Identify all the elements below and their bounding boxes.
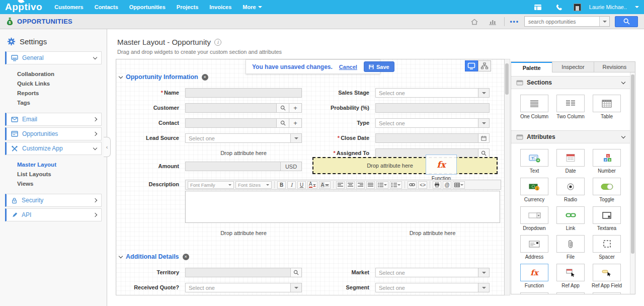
probability-input[interactable] xyxy=(375,103,490,113)
scrollbar-thumb[interactable] xyxy=(631,74,634,254)
sidebar-item-collaboration[interactable]: Collaboration xyxy=(17,69,107,79)
font-family-dropdown[interactable]: Font Family xyxy=(188,181,234,189)
apps-icon[interactable] xyxy=(531,2,544,12)
type-caret-icon[interactable] xyxy=(478,118,490,128)
widget-textarea[interactable]: Textarea xyxy=(589,206,625,231)
scrollbar-thumb[interactable] xyxy=(505,63,509,95)
save-button[interactable]: Save xyxy=(364,61,394,72)
widget-radio[interactable]: Radio xyxy=(552,178,589,202)
bar-chart-icon[interactable] xyxy=(486,17,499,27)
sales-stage-select[interactable]: Select one xyxy=(375,88,478,98)
sidebar-item-master-layout[interactable]: Master Layout xyxy=(17,160,107,170)
received-quote-select[interactable]: Select one xyxy=(185,283,291,292)
align-left-button[interactable] xyxy=(336,181,345,189)
sidebar-collapse-handle[interactable]: ‹ xyxy=(104,137,111,157)
close-date-calendar-button[interactable] xyxy=(478,133,490,143)
widget-date[interactable]: Date xyxy=(552,149,589,174)
widget-link[interactable]: Link xyxy=(552,206,589,231)
cancel-link[interactable]: Cancel xyxy=(339,64,357,70)
sidebar-group-opportunities[interactable]: Opportunities xyxy=(5,127,102,140)
nav-contacts[interactable]: Contacts xyxy=(95,4,118,10)
palette-scrollbar[interactable] xyxy=(630,72,635,294)
widget-toggle[interactable]: Toggle xyxy=(589,178,625,202)
sidebar-item-list-layouts[interactable]: List Layouts xyxy=(17,170,107,179)
sidebar-group-customize-app[interactable]: Customize App xyxy=(5,142,102,155)
contact-search-button[interactable] xyxy=(277,118,289,128)
align-right-button[interactable] xyxy=(356,181,365,189)
avatar[interactable] xyxy=(574,4,581,11)
customer-input[interactable] xyxy=(185,103,277,113)
canvas-scrollbar[interactable] xyxy=(505,59,510,295)
type-select[interactable]: Select one xyxy=(375,118,478,128)
search-button[interactable] xyxy=(615,16,638,27)
widget-file[interactable]: File xyxy=(552,235,589,260)
territory-input[interactable] xyxy=(185,268,291,277)
tab-revisions[interactable]: Revisions xyxy=(594,62,635,72)
widget-number[interactable]: 123 Number xyxy=(589,149,625,174)
amount-input[interactable] xyxy=(185,162,281,171)
customer-search-button[interactable] xyxy=(277,103,289,113)
tree-view-button[interactable] xyxy=(478,60,491,71)
bullet-list-button[interactable] xyxy=(376,181,388,189)
widget-text[interactable]: T+ Text xyxy=(516,149,552,174)
widget-dropdown[interactable]: Dropdown xyxy=(516,206,552,231)
contact-input[interactable] xyxy=(185,118,277,128)
tab-inspector[interactable]: Inspector xyxy=(552,62,593,72)
align-justify-button[interactable] xyxy=(366,181,375,189)
home-icon[interactable] xyxy=(468,17,481,27)
user-name[interactable]: Laurie Michae.. xyxy=(589,4,627,10)
nav-more[interactable]: More xyxy=(243,4,262,10)
territory-search-button[interactable] xyxy=(291,268,302,277)
close-date-input[interactable] xyxy=(375,133,478,143)
nav-opportunities[interactable]: Opportunities xyxy=(129,4,166,10)
market-caret-icon[interactable] xyxy=(478,268,490,277)
widget-function[interactable]: fx Function xyxy=(516,264,552,288)
text-color-button[interactable]: A xyxy=(307,181,317,189)
widget-one-column[interactable]: One Column xyxy=(516,95,552,119)
user-menu-caret-icon[interactable] xyxy=(635,6,639,10)
widget-partial-3[interactable]: $ xyxy=(589,292,625,294)
widget-spacer[interactable]: Spacer xyxy=(589,235,625,260)
print-button[interactable] xyxy=(433,181,441,189)
sidebar-item-tags[interactable]: Tags xyxy=(17,98,107,108)
phone-icon[interactable] xyxy=(552,2,566,12)
widget-address[interactable]: Address xyxy=(516,235,552,260)
mention-button[interactable]: @ xyxy=(443,181,451,189)
search-input[interactable] xyxy=(525,17,599,26)
segment-select[interactable]: Select one xyxy=(375,283,478,292)
sections-accordion-header[interactable]: Sections xyxy=(511,76,630,89)
widget-partial-2[interactable] xyxy=(552,292,589,294)
nav-projects[interactable]: Projects xyxy=(177,4,198,10)
sales-stage-caret-icon[interactable] xyxy=(478,88,490,98)
market-select[interactable]: Select one xyxy=(375,268,478,277)
apptivo-logo[interactable]: Apptivo xyxy=(5,2,42,13)
attributes-accordion-header[interactable]: Attributes xyxy=(511,130,630,143)
sidebar-group-security[interactable]: Security xyxy=(5,194,102,207)
align-center-button[interactable] xyxy=(346,181,355,189)
code-view-button[interactable]: <> xyxy=(418,181,427,189)
customer-add-button[interactable]: + xyxy=(289,103,302,113)
highlight-color-button[interactable]: A xyxy=(319,181,331,189)
widget-ref-app[interactable]: Ref App xyxy=(552,264,589,288)
remove-section-icon[interactable]: × xyxy=(183,254,189,260)
nav-customers[interactable]: Customers xyxy=(54,4,83,10)
italic-button[interactable]: I xyxy=(287,181,296,189)
widget-ref-app-field[interactable]: Ref App Field xyxy=(589,264,625,288)
received-quote-caret-icon[interactable] xyxy=(291,283,302,292)
sidebar-item-quick-links[interactable]: Quick Links xyxy=(17,79,107,89)
insert-table-button[interactable] xyxy=(453,181,465,189)
search-scope-caret[interactable] xyxy=(599,17,609,26)
widget-currency[interactable]: $ Currency xyxy=(516,178,552,202)
lead-source-select[interactable]: Select one xyxy=(185,133,291,143)
widget-partial-1[interactable] xyxy=(516,292,552,294)
sidebar-group-api[interactable]: API xyxy=(5,208,102,221)
dragged-function-widget[interactable]: fx xyxy=(426,155,457,175)
segment-caret-icon[interactable] xyxy=(478,283,490,292)
sidebar-group-general[interactable]: General xyxy=(5,51,102,64)
collapse-section-icon[interactable] xyxy=(119,74,123,78)
sidebar-item-reports[interactable]: Reports xyxy=(17,89,107,98)
contact-add-button[interactable]: + xyxy=(289,118,302,128)
info-icon[interactable]: i xyxy=(214,39,221,46)
more-actions-button[interactable]: ••• xyxy=(510,18,519,25)
tab-palette[interactable]: Palette xyxy=(511,62,552,72)
